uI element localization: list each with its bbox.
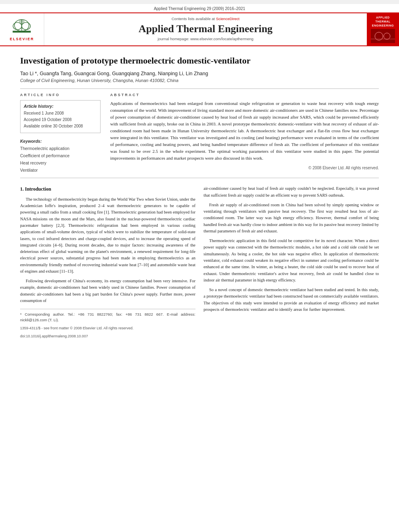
article-content: Investigation of prototype thermoelectri… xyxy=(0,47,399,347)
abstract-column: ABSTRACT Applications of thermoelectrics… xyxy=(110,93,379,174)
abstract-divider xyxy=(20,178,379,178)
journal-homepage: journal homepage: www.elsevier.com/locat… xyxy=(48,37,363,41)
abstract-label: ABSTRACT xyxy=(110,93,379,97)
body-para-4: Fresh air supply of air-conditioned room… xyxy=(204,202,379,234)
page: Applied Thermal Engineering 29 (2009) 20… xyxy=(0,4,399,532)
journal-cover-image xyxy=(371,29,395,43)
journal-meta: Applied Thermal Engineering 29 (2009) 20… xyxy=(0,4,399,12)
journal-citation: Applied Thermal Engineering 29 (2009) 20… xyxy=(154,6,245,11)
keywords-list: Thermoelectric application Coefficient o… xyxy=(20,145,101,174)
article-title: Investigation of prototype thermoelectri… xyxy=(20,55,379,67)
footnote-section: * Corresponding author. Tel.: +86 731 88… xyxy=(20,309,195,339)
body-column-right: air-conditioner caused by heat load of f… xyxy=(204,185,379,339)
title-divider xyxy=(20,88,379,89)
body-content: 1. Introduction The technology of thermo… xyxy=(20,185,379,339)
keywords-title: Keywords: xyxy=(20,139,101,144)
right-logo-title: APPLIEDTHERMALENGINEERING xyxy=(371,16,395,27)
body-para-5: Thermoelectric application in this field… xyxy=(204,238,379,283)
affiliation: College of Civil Engineering, Hunan Univ… xyxy=(20,78,379,83)
keyword-3: Heat recovery xyxy=(20,160,101,167)
sciencedirect-prefix: Contents lists available at xyxy=(172,16,216,21)
sciencedirect-link[interactable]: ScienceDirect xyxy=(216,16,240,21)
section1-heading: 1. Introduction xyxy=(20,185,195,193)
keyword-4: Ventilator xyxy=(20,167,101,174)
footnote-text: * Corresponding author. Tel.: +86 731 88… xyxy=(20,312,195,323)
right-logo-text: APPLIEDTHERMALENGINEERING xyxy=(371,16,395,43)
keyword-1: Thermoelectric application xyxy=(20,145,101,152)
svg-point-5 xyxy=(19,19,25,24)
available-date: Available online 30 October 2008 xyxy=(24,123,97,129)
accepted-date: Accepted 19 October 2008 xyxy=(24,117,97,123)
body-para-1: The technology of thermoelectricity bega… xyxy=(20,196,195,275)
article-info-column: ARTICLE INFO Article history: Received 1… xyxy=(20,93,101,174)
issn-line: 1359-4311/$ - see front matter © 2008 El… xyxy=(20,326,195,331)
body-column-left: 1. Introduction The technology of thermo… xyxy=(20,185,195,339)
keyword-2: Coefficient of performance xyxy=(20,152,101,160)
authors: Tao Li *, Guangfa Tang, Guangcai Gong, G… xyxy=(20,71,379,76)
journal-cover-svg xyxy=(371,29,395,43)
elsevier-logo: ELSEVIER xyxy=(10,18,34,41)
body-para-2: Following development of China's economy… xyxy=(20,278,195,304)
elsevier-logo-area: ELSEVIER xyxy=(0,13,44,45)
journal-header: ELSEVIER Contents lists available at Sci… xyxy=(0,12,399,46)
journal-title-area: Contents lists available at ScienceDirec… xyxy=(44,13,367,45)
copyright: © 2008 Elsevier Ltd. All rights reserved… xyxy=(110,166,379,170)
abstract-text: Applications of thermoelectrics had been… xyxy=(110,100,379,162)
article-history-box: Article history: Received 1 June 2008 Ac… xyxy=(20,100,101,133)
history-title: Article history: xyxy=(24,104,97,109)
elsevier-tree-icon xyxy=(10,18,34,36)
article-info-abstract: ARTICLE INFO Article history: Received 1… xyxy=(20,93,379,174)
received-date: Received 1 June 2008 xyxy=(24,110,97,117)
doi-line: doi:10.1016/j.applthermaleng.2008.10.007 xyxy=(20,334,195,339)
body-para-3: air-conditioner caused by heat load of f… xyxy=(204,185,379,199)
journal-logo-right: APPLIEDTHERMALENGINEERING xyxy=(367,13,399,45)
journal-title: Applied Thermal Engineering xyxy=(48,23,363,35)
body-para-6: So a novel concept of domestic thermoele… xyxy=(204,287,379,313)
article-info-label: ARTICLE INFO xyxy=(20,93,101,97)
elsevier-wordmark: ELSEVIER xyxy=(10,37,34,41)
sciencedirect-line: Contents lists available at ScienceDirec… xyxy=(48,16,363,21)
